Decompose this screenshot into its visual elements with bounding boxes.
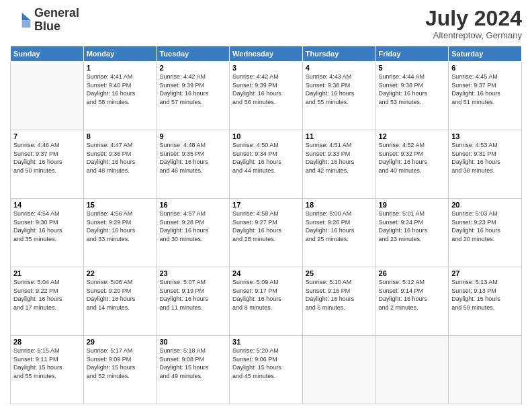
calendar-cell: 25Sunrise: 5:10 AM Sunset: 9:16 PM Dayli…: [302, 267, 375, 336]
day-info: Sunrise: 4:46 AM Sunset: 9:37 PM Dayligh…: [13, 141, 81, 175]
calendar-week-row: 14Sunrise: 4:54 AM Sunset: 9:30 PM Dayli…: [11, 199, 522, 267]
calendar-week-row: 21Sunrise: 5:04 AM Sunset: 9:22 PM Dayli…: [11, 267, 522, 336]
calendar-cell: 26Sunrise: 5:12 AM Sunset: 9:14 PM Dayli…: [375, 267, 449, 336]
day-number: 28: [13, 338, 81, 346]
calendar-cell: 31Sunrise: 5:20 AM Sunset: 9:06 PM Dayli…: [230, 336, 303, 404]
day-info: Sunrise: 5:01 AM Sunset: 9:24 PM Dayligh…: [379, 210, 446, 243]
day-number: 19: [379, 201, 446, 209]
calendar-cell: 2Sunrise: 4:42 AM Sunset: 9:39 PM Daylig…: [157, 62, 230, 130]
day-info: Sunrise: 5:10 AM Sunset: 9:16 PM Dayligh…: [306, 278, 373, 312]
day-info: Sunrise: 4:42 AM Sunset: 9:39 PM Dayligh…: [232, 73, 300, 106]
calendar-cell: 24Sunrise: 5:09 AM Sunset: 9:17 PM Dayli…: [230, 267, 303, 336]
day-info: Sunrise: 5:15 AM Sunset: 9:11 PM Dayligh…: [13, 347, 81, 380]
title-block: July 2024 Altentreptow, Germany: [425, 7, 522, 40]
calendar-cell: 18Sunrise: 5:00 AM Sunset: 9:26 PM Dayli…: [302, 199, 375, 267]
calendar-cell: 12Sunrise: 4:52 AM Sunset: 9:32 PM Dayli…: [375, 130, 449, 199]
day-info: Sunrise: 4:56 AM Sunset: 9:29 PM Dayligh…: [87, 210, 154, 243]
logo-text: General Blue: [34, 7, 79, 34]
day-number: 6: [451, 64, 519, 72]
day-info: Sunrise: 4:48 AM Sunset: 9:35 PM Dayligh…: [159, 141, 226, 175]
calendar-week-row: 28Sunrise: 5:15 AM Sunset: 9:11 PM Dayli…: [11, 336, 522, 404]
calendar-cell: 19Sunrise: 5:01 AM Sunset: 9:24 PM Dayli…: [375, 199, 449, 267]
day-info: Sunrise: 4:44 AM Sunset: 9:38 PM Dayligh…: [379, 73, 446, 106]
calendar-header-row: SundayMondayTuesdayWednesdayThursdayFrid…: [11, 46, 522, 62]
calendar-cell: 14Sunrise: 4:54 AM Sunset: 9:30 PM Dayli…: [11, 199, 84, 267]
calendar-cell: 30Sunrise: 5:18 AM Sunset: 9:08 PM Dayli…: [157, 336, 230, 404]
location: Altentreptow, Germany: [425, 30, 522, 40]
logo-line1: General: [34, 7, 79, 20]
day-number: 31: [232, 338, 300, 346]
day-number: 15: [87, 201, 154, 209]
logo: General Blue: [10, 7, 79, 34]
logo-icon: [10, 9, 32, 31]
page: General Blue July 2024 Altentreptow, Ger…: [0, 0, 532, 411]
day-number: 14: [13, 201, 81, 209]
day-number: 5: [379, 64, 446, 72]
day-info: Sunrise: 5:20 AM Sunset: 9:06 PM Dayligh…: [232, 347, 300, 380]
day-number: 26: [379, 269, 446, 277]
calendar-cell: 7Sunrise: 4:46 AM Sunset: 9:37 PM Daylig…: [11, 130, 84, 199]
day-info: Sunrise: 5:18 AM Sunset: 9:08 PM Dayligh…: [159, 347, 226, 380]
weekday-header-sunday: Sunday: [11, 46, 84, 62]
logo-line2: Blue: [34, 20, 79, 34]
calendar-cell: [449, 336, 522, 404]
day-number: 22: [87, 269, 154, 277]
day-info: Sunrise: 5:09 AM Sunset: 9:17 PM Dayligh…: [232, 278, 300, 312]
day-info: Sunrise: 5:17 AM Sunset: 9:09 PM Dayligh…: [87, 347, 154, 380]
calendar-cell: [11, 62, 84, 130]
header: General Blue July 2024 Altentreptow, Ger…: [10, 7, 522, 40]
calendar-cell: 16Sunrise: 4:57 AM Sunset: 9:28 PM Dayli…: [157, 199, 230, 267]
day-number: 9: [159, 132, 226, 140]
day-number: 25: [306, 269, 373, 277]
day-info: Sunrise: 4:51 AM Sunset: 9:33 PM Dayligh…: [306, 141, 373, 175]
weekday-header-monday: Monday: [83, 46, 157, 62]
calendar-cell: 3Sunrise: 4:42 AM Sunset: 9:39 PM Daylig…: [230, 62, 303, 130]
day-number: 12: [379, 132, 446, 140]
day-number: 1: [87, 64, 154, 72]
day-number: 21: [13, 269, 81, 277]
calendar-cell: [302, 336, 375, 404]
calendar-cell: 28Sunrise: 5:15 AM Sunset: 9:11 PM Dayli…: [11, 336, 84, 404]
day-number: 27: [451, 269, 519, 277]
calendar-cell: 9Sunrise: 4:48 AM Sunset: 9:35 PM Daylig…: [157, 130, 230, 199]
calendar-cell: 4Sunrise: 4:43 AM Sunset: 9:38 PM Daylig…: [302, 62, 375, 130]
calendar-cell: 13Sunrise: 4:53 AM Sunset: 9:31 PM Dayli…: [449, 130, 522, 199]
calendar-cell: 29Sunrise: 5:17 AM Sunset: 9:09 PM Dayli…: [83, 336, 157, 404]
weekday-header-friday: Friday: [375, 46, 449, 62]
day-number: 13: [451, 132, 519, 140]
calendar-cell: 10Sunrise: 4:50 AM Sunset: 9:34 PM Dayli…: [230, 130, 303, 199]
day-info: Sunrise: 5:12 AM Sunset: 9:14 PM Dayligh…: [379, 278, 446, 312]
calendar-week-row: 7Sunrise: 4:46 AM Sunset: 9:37 PM Daylig…: [11, 130, 522, 199]
day-number: 2: [159, 64, 226, 72]
calendar-cell: 23Sunrise: 5:07 AM Sunset: 9:19 PM Dayli…: [157, 267, 230, 336]
calendar-cell: 20Sunrise: 5:03 AM Sunset: 9:23 PM Dayli…: [449, 199, 522, 267]
calendar-week-row: 1Sunrise: 4:41 AM Sunset: 9:40 PM Daylig…: [11, 62, 522, 130]
day-number: 10: [232, 132, 300, 140]
weekday-header-wednesday: Wednesday: [230, 46, 303, 62]
day-info: Sunrise: 5:00 AM Sunset: 9:26 PM Dayligh…: [306, 210, 373, 243]
calendar-cell: 1Sunrise: 4:41 AM Sunset: 9:40 PM Daylig…: [83, 62, 157, 130]
day-info: Sunrise: 4:41 AM Sunset: 9:40 PM Dayligh…: [87, 73, 154, 106]
calendar-cell: [375, 336, 449, 404]
calendar-cell: 6Sunrise: 4:45 AM Sunset: 9:37 PM Daylig…: [449, 62, 522, 130]
calendar-cell: 21Sunrise: 5:04 AM Sunset: 9:22 PM Dayli…: [11, 267, 84, 336]
day-number: 29: [87, 338, 154, 346]
day-number: 17: [232, 201, 300, 209]
day-number: 30: [159, 338, 226, 346]
calendar-cell: 5Sunrise: 4:44 AM Sunset: 9:38 PM Daylig…: [375, 62, 449, 130]
calendar-cell: 11Sunrise: 4:51 AM Sunset: 9:33 PM Dayli…: [302, 130, 375, 199]
calendar-table: SundayMondayTuesdayWednesdayThursdayFrid…: [10, 46, 522, 404]
weekday-header-saturday: Saturday: [449, 46, 522, 62]
day-info: Sunrise: 5:13 AM Sunset: 9:13 PM Dayligh…: [451, 278, 519, 312]
svg-marker-0: [22, 13, 31, 20]
month-year: July 2024: [425, 7, 522, 30]
day-info: Sunrise: 4:52 AM Sunset: 9:32 PM Dayligh…: [379, 141, 446, 175]
day-number: 8: [87, 132, 154, 140]
day-info: Sunrise: 4:54 AM Sunset: 9:30 PM Dayligh…: [13, 210, 81, 243]
day-info: Sunrise: 5:04 AM Sunset: 9:22 PM Dayligh…: [13, 278, 81, 312]
weekday-header-thursday: Thursday: [302, 46, 375, 62]
day-info: Sunrise: 4:42 AM Sunset: 9:39 PM Dayligh…: [159, 73, 226, 106]
calendar-cell: 27Sunrise: 5:13 AM Sunset: 9:13 PM Dayli…: [449, 267, 522, 336]
day-number: 16: [159, 201, 226, 209]
day-info: Sunrise: 4:58 AM Sunset: 9:27 PM Dayligh…: [232, 210, 300, 243]
